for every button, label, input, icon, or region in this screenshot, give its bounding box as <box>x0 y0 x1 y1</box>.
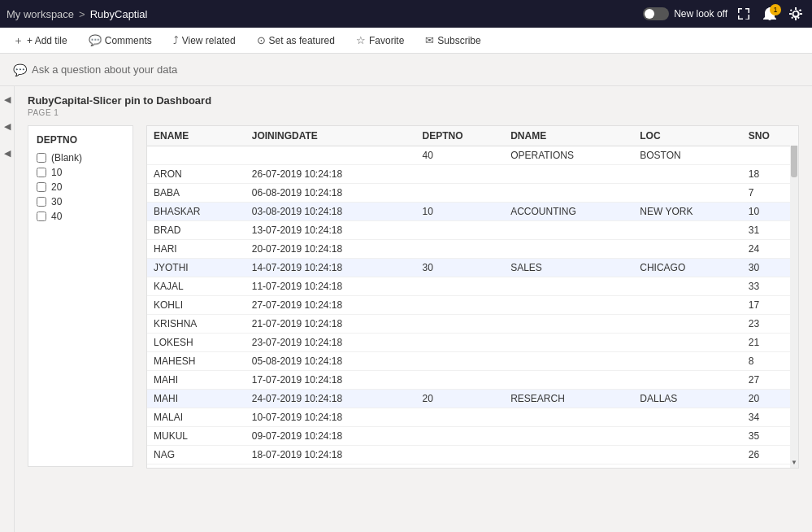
table-row[interactable]: MUKUL09-07-2019 10:24:1835 <box>147 427 798 446</box>
favorite-label: Favorite <box>369 35 404 46</box>
table-row[interactable]: MAHESH05-08-2019 10:24:188 <box>147 352 798 371</box>
table-cell-deptno <box>416 408 505 427</box>
table-body: 40OPERATIONSBOSTONARON26-07-2019 10:24:1… <box>147 146 798 469</box>
table-row[interactable]: MAHI24-07-2019 10:24:1820RESEARCHDALLAS2… <box>147 390 798 408</box>
slicer-panel: DEPTNO (Blank)10203040 <box>28 125 133 467</box>
scrollbar[interactable]: ▲ ▼ <box>790 126 798 468</box>
slicer-item[interactable]: 30 <box>37 196 124 207</box>
add-tile-button[interactable]: ＋ + Add tile <box>10 32 71 50</box>
table-cell-joiningdate: 13-07-2019 10:24:18 <box>245 221 416 240</box>
table-cell-ename: NIKIL <box>147 464 245 469</box>
table-cell-deptno: 30 <box>416 259 505 277</box>
comments-button[interactable]: 💬 Comments <box>85 33 155 48</box>
slicer-checkbox[interactable] <box>37 197 46 207</box>
table-cell-dname <box>504 296 633 315</box>
table-cell-loc <box>633 240 742 259</box>
table-row[interactable]: LOKESH23-07-2019 10:24:1821 <box>147 334 798 352</box>
table-row[interactable]: MALAI10-07-2019 10:24:1834 <box>147 408 798 427</box>
table-cell-ename: HARI <box>147 240 245 259</box>
table-cell-dname <box>504 334 633 352</box>
table-cell-dname: ACCOUNTING <box>504 203 633 221</box>
table-cell-dname <box>504 371 633 390</box>
subscribe-icon: ✉ <box>425 34 434 46</box>
table-row[interactable]: MAHI17-07-2019 10:24:1827 <box>147 371 798 390</box>
nav-arrow-down[interactable]: ◀ <box>4 148 11 159</box>
table-row[interactable]: NIKIL25-07-2019 10:24:1819 <box>147 464 798 469</box>
slicer-checkbox[interactable] <box>37 182 46 192</box>
table-cell-loc <box>633 334 742 352</box>
slicer-item[interactable]: 20 <box>37 181 124 193</box>
ask-input[interactable] <box>32 63 276 76</box>
table-cell-ename: BHASKAR <box>147 203 245 221</box>
scroll-down-arrow[interactable]: ▼ <box>791 459 797 466</box>
main-content: ◀ ◀ ◀ RubyCapital-Slicer pin to Dashboar… <box>0 86 812 532</box>
nav-arrow-up[interactable]: ◀ <box>4 94 11 105</box>
table-row[interactable]: KOHLI27-07-2019 10:24:1817 <box>147 296 798 315</box>
table-cell-loc <box>633 315 742 334</box>
notification-badge: 1 <box>770 4 781 15</box>
table-cell-dname <box>504 240 633 259</box>
subscribe-button[interactable]: ✉ Subscribe <box>422 33 484 48</box>
slicer-checkbox[interactable] <box>37 168 46 177</box>
table-header-cell: LOC <box>633 126 742 146</box>
fullscreen-button[interactable] <box>734 6 753 22</box>
left-nav: ◀ ◀ ◀ <box>0 86 15 532</box>
table-row[interactable]: KRISHNA21-07-2019 10:24:1823 <box>147 315 798 334</box>
table-cell-deptno: 40 <box>416 146 505 165</box>
settings-button[interactable] <box>786 6 805 22</box>
slicer-item[interactable]: (Blank) <box>37 152 124 164</box>
table-header-cell: DEPTNO <box>416 126 505 146</box>
set-featured-button[interactable]: ⊙ Set as featured <box>254 33 338 48</box>
workspace-link[interactable]: My workspace <box>7 8 74 20</box>
slicer-items: (Blank)10203040 <box>37 152 124 222</box>
report-name: RubyCaptial <box>90 8 148 20</box>
table-cell-joiningdate: 24-07-2019 10:24:18 <box>245 390 416 408</box>
ask-bar: 💬 <box>0 54 812 86</box>
table-cell-deptno <box>416 427 505 446</box>
slicer-item[interactable]: 10 <box>37 167 124 178</box>
table-cell-loc <box>633 371 742 390</box>
page-title: RubyCapital-Slicer pin to Dashboard <box>28 94 799 107</box>
dashboard-content: DEPTNO (Blank)10203040 ENAMEJOININGDATED… <box>28 125 799 469</box>
table-row[interactable]: KAJAL11-07-2019 10:24:1833 <box>147 277 798 296</box>
slicer-checkbox[interactable] <box>37 153 46 163</box>
table-cell-deptno <box>416 464 505 469</box>
slicer-item-label: 10 <box>51 167 62 178</box>
table-cell-ename: KOHLI <box>147 296 245 315</box>
favorite-button[interactable]: ☆ Favorite <box>353 33 407 48</box>
toggle-switch[interactable] <box>643 7 669 20</box>
table-cell-deptno <box>416 296 505 315</box>
table-cell-joiningdate: 26-07-2019 10:24:18 <box>245 165 416 184</box>
slicer-checkbox[interactable] <box>37 211 46 221</box>
table-row[interactable]: BHASKAR03-08-2019 10:24:1810ACCOUNTINGNE… <box>147 203 798 221</box>
table-cell-loc <box>633 352 742 371</box>
table-row[interactable]: JYOTHI14-07-2019 10:24:1830SALESCHICAGO3… <box>147 259 798 277</box>
table-cell-ename: BABA <box>147 184 245 203</box>
table-cell-ename: MALAI <box>147 408 245 427</box>
table-cell-dname <box>504 277 633 296</box>
table-cell-loc <box>633 408 742 427</box>
view-related-button[interactable]: ⤴ View related <box>170 33 239 48</box>
slicer-item[interactable]: 40 <box>37 211 124 222</box>
table-cell-joiningdate: 14-07-2019 10:24:18 <box>245 259 416 277</box>
nav-arrow-middle[interactable]: ◀ <box>4 121 11 132</box>
table-cell-loc <box>633 184 742 203</box>
table-row[interactable]: BRAD13-07-2019 10:24:1831 <box>147 221 798 240</box>
set-featured-label: Set as featured <box>269 35 335 46</box>
table-row[interactable]: NAG18-07-2019 10:24:1826 <box>147 446 798 464</box>
table-cell-deptno <box>416 240 505 259</box>
slicer-item-label: 30 <box>51 196 62 207</box>
table-row[interactable]: 40OPERATIONSBOSTON <box>147 146 798 165</box>
table-row[interactable]: ARON26-07-2019 10:24:1818 <box>147 165 798 184</box>
new-look-label: New look off <box>674 8 727 20</box>
add-tile-label: + Add tile <box>27 35 67 46</box>
table-cell-loc <box>633 165 742 184</box>
table-cell-dname <box>504 352 633 371</box>
table-row[interactable]: HARI20-07-2019 10:24:1824 <box>147 240 798 259</box>
table-scroll[interactable]: ENAMEJOININGDATEDEPTNODNAMELOCSNO 40OPER… <box>147 126 798 468</box>
new-look-toggle[interactable]: New look off <box>643 7 727 20</box>
table-row[interactable]: BABA06-08-2019 10:24:187 <box>147 184 798 203</box>
table-cell-deptno <box>416 446 505 464</box>
table-header-cell: DNAME <box>504 126 633 146</box>
notifications-button[interactable]: 1 <box>760 6 779 22</box>
